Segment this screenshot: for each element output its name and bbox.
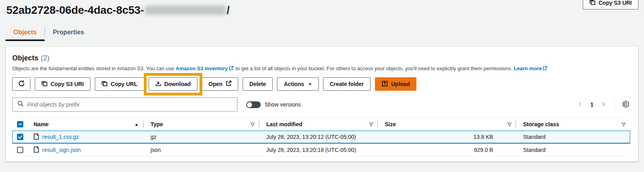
copy-s3-uri-button[interactable]: Copy S3 URI xyxy=(35,77,90,91)
column-header-type-label: Type xyxy=(143,121,163,127)
tab-properties[interactable]: Properties xyxy=(45,24,92,41)
delete-button[interactable]: Delete xyxy=(243,77,273,91)
refresh-button[interactable] xyxy=(12,77,30,91)
copy-icon xyxy=(102,80,107,88)
external-link-icon xyxy=(542,65,547,72)
copy-url-button[interactable]: Copy URL xyxy=(95,77,144,91)
show-versions-group: Show versions xyxy=(246,101,301,108)
show-versions-toggle[interactable] xyxy=(246,101,261,108)
sort-icon[interactable]: ▽ xyxy=(369,122,378,127)
learn-more-link[interactable]: Learn more xyxy=(514,65,542,71)
file-icon xyxy=(34,146,39,154)
column-header-size[interactable]: Size ▽ xyxy=(378,118,516,131)
refresh-icon xyxy=(18,80,25,88)
sort-icon[interactable]: ▽ xyxy=(251,122,259,127)
download-button-highlight-wrap: Download xyxy=(149,77,198,91)
open-button[interactable]: Open xyxy=(202,77,239,91)
column-header-name-label: Name xyxy=(28,121,49,127)
object-link[interactable]: result_sign.json xyxy=(42,147,81,153)
external-link-icon xyxy=(226,80,232,88)
file-icon xyxy=(34,133,39,141)
row-checkbox[interactable] xyxy=(17,134,23,140)
amazon-s3-inventory-link[interactable]: Amazon S3 inventory xyxy=(175,65,228,71)
select-all-checkbox[interactable] xyxy=(17,121,23,127)
show-versions-label: Show versions xyxy=(265,101,301,108)
object-size-cell: 13.8 KB xyxy=(378,131,516,143)
gear-icon xyxy=(621,100,629,109)
row-checkbox-cell xyxy=(12,144,28,156)
tab-bar: Objects Properties xyxy=(6,24,644,41)
filter-row: Show versions 1 xyxy=(12,97,630,112)
pagination: 1 xyxy=(574,99,630,110)
object-name-cell: result_sign.json xyxy=(28,144,143,156)
column-header-size-label: Size xyxy=(378,121,396,127)
column-header-storage-class[interactable]: Storage class ▽ xyxy=(516,118,630,131)
tab-properties-label: Properties xyxy=(53,29,84,36)
object-name-cell: result_1.csv.gz xyxy=(28,131,143,143)
next-page-button[interactable] xyxy=(597,100,609,110)
table-row[interactable]: result_sign.json json July 28, 2023, 13:… xyxy=(12,144,630,157)
redacted-title-segment xyxy=(145,6,226,15)
upload-icon xyxy=(382,80,388,88)
object-count: (2) xyxy=(41,54,49,62)
copy-s3-uri-label: Copy S3 URI xyxy=(51,81,84,87)
s3-objects-screen: 52ab2728-06de-4dac-8c53-/ Copy S3 URI Ob… xyxy=(0,0,644,172)
copy-url-label: Copy URL xyxy=(111,81,137,87)
open-label: Open xyxy=(209,81,223,87)
object-size-cell: 929.0 B xyxy=(378,144,516,156)
column-header-last-modified[interactable]: Last modified ▽ xyxy=(259,118,378,131)
external-link-icon xyxy=(229,65,233,72)
page-title: 52ab2728-06de-4dac-8c53-/ xyxy=(6,4,638,17)
object-modified-cell: July 28, 2023, 13:20:12 (UTC-05:00) xyxy=(259,131,378,143)
copy-s3-uri-header-button[interactable]: Copy S3 URI xyxy=(583,0,638,9)
object-storage-class-cell: Standard xyxy=(516,144,630,156)
description-text-2: to get a list of all objects in your buc… xyxy=(235,65,512,71)
previous-page-button[interactable] xyxy=(574,100,586,110)
objects-toolbar: Copy S3 URI Copy URL Download Open xyxy=(12,77,630,91)
table-row[interactable]: result_1.csv.gz gz July 28, 2023, 13:20:… xyxy=(12,131,630,144)
row-checkbox[interactable] xyxy=(17,147,23,153)
sort-icon[interactable]: ▽ xyxy=(508,122,516,127)
copy-icon xyxy=(41,80,47,88)
chevron-right-icon xyxy=(601,101,606,108)
object-type-cell: gz xyxy=(143,131,259,143)
upload-button[interactable]: Upload xyxy=(375,77,416,91)
actions-dropdown-button[interactable]: Actions ▼ xyxy=(277,77,318,91)
preferences-button[interactable] xyxy=(621,99,630,110)
create-folder-button[interactable]: Create folder xyxy=(323,77,371,91)
column-header-storage-class-label: Storage class xyxy=(516,121,559,127)
sort-icon[interactable]: ▽ xyxy=(622,122,630,127)
tab-objects-label: Objects xyxy=(13,29,37,36)
tab-objects[interactable]: Objects xyxy=(6,24,45,41)
search-icon xyxy=(17,101,24,108)
download-button[interactable]: Download xyxy=(149,77,198,91)
caret-down-icon: ▼ xyxy=(308,82,312,86)
search-box xyxy=(12,97,237,112)
panel-heading: Objects (2) xyxy=(12,54,630,62)
download-icon xyxy=(155,80,161,88)
delete-label: Delete xyxy=(249,81,266,87)
find-objects-input[interactable] xyxy=(27,101,232,108)
page-title-prefix: 52ab2728-06de-4dac-8c53- xyxy=(6,4,144,17)
current-page-number[interactable]: 1 xyxy=(588,101,596,108)
description-text-1: Objects are the fundamental entities sto… xyxy=(12,65,174,71)
column-header-name[interactable]: Name ▲ xyxy=(28,118,143,131)
objects-panel: Objects (2) Objects are the fundamental … xyxy=(6,47,638,162)
upload-label: Upload xyxy=(391,81,410,87)
sort-ascending-icon[interactable]: ▲ xyxy=(134,122,143,127)
pagination-divider xyxy=(615,99,615,110)
page-header: 52ab2728-06de-4dac-8c53-/ Copy S3 URI xyxy=(0,0,644,19)
chevron-left-icon xyxy=(578,101,583,108)
download-label: Download xyxy=(164,81,191,87)
column-header-last-modified-label: Last modified xyxy=(259,121,302,127)
objects-table: Name ▲ Type ▽ Last modified ▽ Size ▽ Sto… xyxy=(12,118,630,157)
actions-label: Actions xyxy=(284,81,304,87)
panel-description: Objects are the fundamental entities sto… xyxy=(12,65,630,72)
select-all-cell xyxy=(12,118,28,131)
table-header-row: Name ▲ Type ▽ Last modified ▽ Size ▽ Sto… xyxy=(12,118,630,131)
row-checkbox-cell xyxy=(12,131,28,143)
column-header-type[interactable]: Type ▽ xyxy=(143,118,259,131)
object-link[interactable]: result_1.csv.gz xyxy=(42,134,79,140)
copy-s3-uri-header-label: Copy S3 URI xyxy=(599,0,632,6)
create-folder-label: Create folder xyxy=(330,81,364,87)
